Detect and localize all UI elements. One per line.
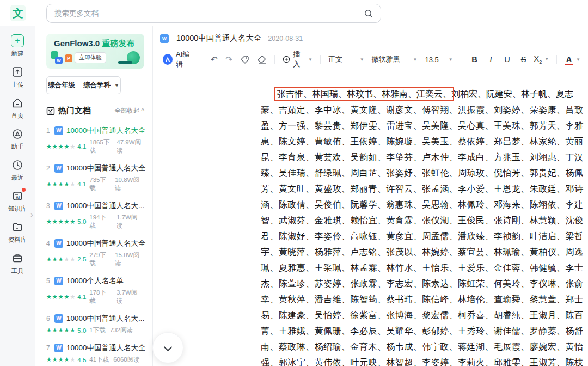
top-bar: 文 <box>0 0 588 26</box>
rank: 3 <box>46 202 52 210</box>
font-name-dropdown[interactable]: 微软雅黑 ▼ <box>372 54 418 64</box>
undo-button[interactable]: ↶ <box>211 54 218 65</box>
chevron-down-icon: ▼ <box>114 83 119 88</box>
toolbox-icon <box>10 251 24 265</box>
insert-label: 插入 <box>293 50 305 69</box>
rank: 5 <box>46 277 52 285</box>
downloads: 735下载 <box>89 176 111 192</box>
chevron-down-icon: ▼ <box>308 57 313 62</box>
rail-item-assistant[interactable]: 助手 <box>0 127 35 151</box>
doc-title[interactable]: 10000中国普通人名大... <box>66 314 144 324</box>
rail-item-label: 最近 <box>11 174 24 182</box>
star-empty-icons: ★★ <box>64 256 76 263</box>
subscript-icon: X2 <box>534 54 542 65</box>
rail-item-home[interactable]: 首页 <box>0 96 35 120</box>
rail-item-tools[interactable]: 工具 <box>0 251 35 275</box>
filter-dropdown[interactable]: 综合年级 综合学科 ▼ <box>46 76 121 94</box>
doc-text-line: 南、蔡政琳、杨绍瑜、金育木、杨韦成、韩宁政、蒋廷湖、毛展霞、廖婉宏、黄怡 <box>261 339 583 355</box>
document-title: 10000中国普通人名大全 <box>176 33 261 44</box>
downloads: 1865下载 <box>89 138 112 155</box>
underline-button[interactable]: U <box>501 55 513 64</box>
search-icon[interactable] <box>364 9 373 18</box>
doc-title[interactable]: 10000中国普通人名大全 <box>66 239 146 248</box>
rank: 6 <box>46 315 52 322</box>
app-logo[interactable]: 文 <box>10 5 26 21</box>
rank: 7 <box>46 344 52 352</box>
doc-title[interactable]: 10000中国普通人名大全 <box>66 126 146 136</box>
checklist-icon <box>46 107 55 115</box>
font-color-dropdown[interactable]: A ▼ <box>565 55 580 64</box>
ai-edit-button[interactable]: AI编辑 <box>163 50 195 69</box>
eraser-icon <box>257 55 267 64</box>
rail-item-new[interactable]: + 新建 <box>0 34 35 58</box>
rank: 1 <box>46 127 52 135</box>
document-body[interactable]: 张吉惟、林国瑞、林玟书、林雅南、江奕云、刘柏宏、阮建安、林子帆、夏志 豪、吉茹定… <box>261 86 583 366</box>
list-item[interactable]: 1 W 10000中国普通人名大全 ★★★★★ 4.1 1865下载 47.9W… <box>46 126 148 155</box>
rating: 4.1 <box>77 294 86 300</box>
doc-text-line: 易、陈建豪、吴怡婷、徐紫富、张博海、黎宏儒、柯乔喜、胡睿纯、王淑月、陈百 <box>261 307 583 323</box>
list-item[interactable]: 3 W 10000中国普通人名大... ★★★★★ 5.0 194下载 1.7W… <box>46 201 148 230</box>
list-item[interactable]: 5 W 10000个人名名单 ★★★★★ 4.1 178下载 3.7W阅读 <box>46 276 148 305</box>
doc-text-line: 珮、夏雅惠、王采珮、林孟霖、林竹水、王怡乐、王爱乐、金佳蓉、韩健毓、李士 <box>261 260 583 276</box>
sidebar-expand-chevron-icon[interactable]: › <box>30 210 33 219</box>
doc-title[interactable]: 10000中国普通人名大全 <box>66 163 146 173</box>
list-item[interactable]: 6 W 10000中国普通人名大... ★★★★★ 5.0 1下载 732阅读 <box>46 314 148 334</box>
hot-docs-header: 热门文档 全部收起 ^ <box>46 106 144 116</box>
list-item[interactable]: 7 W 10000中国普通人名大全 ★★★★★ 4.5 41下载 6068阅读 <box>46 343 148 364</box>
doc-text-line: 幸、黄秋萍、潘吉维、陈智筠、蔡书玮、陈信峰、林培伦、查瑜舜、黎慧萱、郑士 <box>261 291 583 307</box>
genflow-banner[interactable]: GenFlow3.0 重磅发布 w P 立即体验 <box>46 34 144 69</box>
doc-title[interactable]: 10000中国普通人名大... <box>66 201 144 211</box>
banner-cta-button[interactable]: 立即体验 <box>75 52 106 63</box>
bold-button[interactable]: B <box>469 55 481 64</box>
strikethrough-button[interactable]: S <box>518 55 530 64</box>
rail-item-materials[interactable]: 资料库 <box>0 220 35 244</box>
doc-text-line: 杰、陈萱珍、苏姿婷、张政霖、李志宏、陈素达、陈虹荣、何美玲、李仪琳、张俞 <box>261 276 583 291</box>
word-badge-icon: w <box>55 57 63 64</box>
word-doc-icon: W <box>54 164 63 173</box>
document-pane: w 10000中国普通人名大全 2020-08-31 AI编辑 ↶ ↷ <box>152 26 588 366</box>
reads: 732阅读 <box>110 326 133 334</box>
rail-item-label: 工具 <box>11 267 24 275</box>
reads: 3.7W阅读 <box>117 289 143 305</box>
rail-item-recent[interactable]: 最近 <box>0 158 35 182</box>
search-input[interactable] <box>54 9 364 17</box>
downloads: 279下载 <box>89 251 111 267</box>
clock-icon <box>10 158 24 172</box>
subscript-dropdown[interactable]: X2 ▼ <box>534 54 549 65</box>
doc-text-line: 惠、陈文婷、曹敏侑、王依婷、陈婉璇、吴美玉、蔡依婷、郑昌梦、林家纶、黄丽 <box>261 133 583 149</box>
star-empty-icons: ★ <box>70 181 76 188</box>
paragraph-style-dropdown[interactable]: 正文 ▼ <box>328 54 364 64</box>
document-date: 2020-08-31 <box>268 35 303 42</box>
rail-item-knowledge-base[interactable]: AI 知识库 <box>0 189 35 213</box>
downloads: 178下载 <box>89 289 112 305</box>
toolbar-divider <box>274 55 275 64</box>
insert-dropdown[interactable]: 插入 ▼ <box>283 50 313 69</box>
doc-title[interactable]: 10000中国普通人名大全 <box>66 343 146 353</box>
redo-button[interactable]: ↷ <box>225 54 232 65</box>
rail-item-label: 助手 <box>11 143 24 151</box>
rating: 2.5 <box>77 256 86 263</box>
format-painter-button[interactable] <box>240 55 249 64</box>
font-size-dropdown[interactable]: 13.5 ▼ <box>425 56 453 64</box>
filter-subject: 综合学科 <box>83 81 111 90</box>
eraser-button[interactable] <box>257 55 267 64</box>
search-bar[interactable] <box>46 4 381 23</box>
doc-title[interactable]: 10000个人名名单 <box>66 276 124 286</box>
collapse-all-link[interactable]: 全部收起 ^ <box>114 107 144 115</box>
scroll-down-button[interactable] <box>152 332 183 363</box>
doc-text-line: 智、武淑芬、金雅琪、赖怡宜、黄育霖、张仪湖、王俊民、张诗刚、林慧颖、沈俊 <box>261 212 583 228</box>
word-doc-icon: w <box>160 34 169 43</box>
list-item[interactable]: 4 W 10000中国普通人名大全 ★★★★★ 2.5 279下载 15.0W阅… <box>46 239 148 267</box>
star-icons: ★★★★ <box>46 181 70 188</box>
chevron-down-icon: ▼ <box>413 57 418 62</box>
rail-item-upload[interactable]: 上传 <box>0 65 35 89</box>
rail-item-label: 上传 <box>11 81 24 89</box>
list-item[interactable]: 2 W 10000中国普通人名大全 ★★★★★ 4.1 735下载 10.8W阅… <box>46 163 148 192</box>
italic-button[interactable]: I <box>485 55 497 64</box>
rating: 5.0 <box>77 218 86 225</box>
word-doc-icon: W <box>54 126 63 135</box>
star-icons: ★★★★ <box>46 143 70 150</box>
doc-text-line: 豪、吉茹定、李中冰、黄文隆、谢彦文、傅智翔、洪振霞、刘姿婷、荣姿康、吕致 <box>261 102 583 118</box>
downloads: 1下载 <box>89 326 105 334</box>
doc-text-line: 昆、李育泉、黄芸欢、吴韵如、李肇芬、卢木仲、李成白、方兆玉、刘翊惠、丁汉 <box>261 149 583 165</box>
